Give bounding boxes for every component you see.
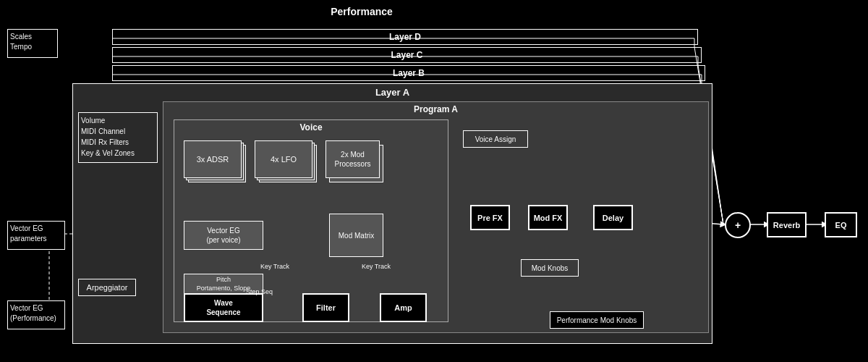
vector-eg-voice-label: Vector EG(per voice) — [206, 226, 240, 245]
mod-proc-label: 2x ModProcessors — [334, 150, 370, 169]
voice-assign-label: Voice Assign — [475, 135, 516, 143]
pitch-label: PitchPortamento, Slope — [197, 276, 251, 292]
vector-eg-perf-box: Vector EG(Performance) — [7, 300, 65, 329]
perf-mod-knobs-box: Performance Mod Knobs — [550, 311, 644, 329]
scales-tempo-label: ScalesTempo — [10, 33, 32, 51]
layer-a-params-box: VolumeMIDI ChannelMIDI Rx FiltersKey & V… — [78, 112, 158, 163]
mixer-label: + — [735, 219, 741, 231]
arpeggiator-box: Arpeggiator — [78, 279, 136, 296]
mixer-circle: + — [725, 212, 751, 238]
eq-label: EQ — [835, 221, 847, 230]
layer-a-label: Layer A — [73, 84, 712, 98]
vector-eg-params-box: Vector EGparameters — [7, 221, 65, 250]
wave-sequence-box: WaveSequence — [184, 293, 263, 322]
filter-label: Filter — [316, 303, 336, 312]
key-track-2-label: Key Track — [362, 263, 391, 270]
voice-assign-box: Voice Assign — [463, 130, 528, 148]
mod-fx-box: Mod FX — [528, 205, 568, 230]
lfo-box-1: 4x LFO — [255, 140, 312, 178]
eq-box: EQ — [825, 212, 857, 237]
mod-knobs-label: Mod Knobs — [532, 264, 569, 272]
amp-label: Amp — [394, 303, 412, 312]
amp-box: Amp — [380, 293, 427, 322]
layer-c-box: Layer C — [112, 47, 702, 63]
program-a-title: Program A — [163, 102, 708, 114]
mod-knobs-box: Mod Knobs — [521, 259, 579, 277]
vector-eg-perf-label: Vector EG(Performance) — [10, 304, 56, 322]
arpeggiator-label: Arpeggiator — [87, 283, 128, 292]
layer-d-label: Layer D — [389, 32, 421, 42]
voice-title: Voice — [174, 120, 448, 132]
delay-box: Delay — [593, 205, 633, 230]
layer-c-label: Layer C — [391, 50, 422, 60]
perf-mod-knobs-label: Performance Mod Knobs — [557, 316, 637, 324]
reverb-label: Reverb — [773, 221, 800, 230]
mod-fx-label: Mod FX — [534, 214, 563, 222]
vector-eg-voice-box: Vector EG(per voice) — [184, 221, 263, 250]
adsr-label: 3x ADSR — [197, 155, 229, 164]
mod-matrix-label: Mod Matrix — [339, 232, 374, 240]
step-seq-label: Step Seq — [246, 288, 273, 295]
lfo-label: 4x LFO — [271, 155, 297, 164]
reverb-box: Reverb — [767, 212, 807, 237]
layer-d-box: Layer D — [112, 29, 698, 45]
layer-b-label: Layer B — [393, 68, 425, 78]
scales-tempo-box: ScalesTempo — [7, 29, 58, 58]
mod-matrix-box: Mod Matrix — [329, 214, 383, 257]
pre-fx-box: Pre FX — [470, 205, 510, 230]
delay-label: Delay — [603, 214, 624, 222]
layer-b-box: Layer B — [112, 65, 705, 81]
key-track-1-label: Key Track — [260, 263, 289, 270]
adsr-box-1: 3x ADSR — [184, 140, 242, 178]
pre-fx-label: Pre FX — [477, 214, 503, 222]
vector-eg-params-label: Vector EGparameters — [10, 224, 47, 243]
filter-box: Filter — [302, 293, 349, 322]
layer-a-params-label: VolumeMIDI ChannelMIDI Rx FiltersKey & V… — [81, 117, 135, 157]
wave-sequence-label: WaveSequence — [206, 298, 240, 317]
mod-proc-box-1: 2x ModProcessors — [326, 140, 380, 178]
performance-title: Performance — [0, 6, 723, 17]
